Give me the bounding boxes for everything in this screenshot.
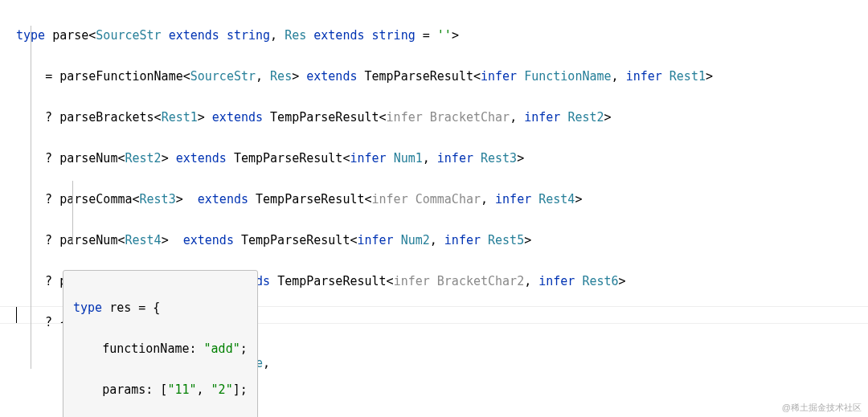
tooltip-prop: functionName: [102, 341, 196, 356]
tooltip-prop: params: [ [102, 382, 167, 397]
type-param: Rest4 [125, 233, 161, 247]
infer-name: FunctionName [524, 69, 611, 84]
type-ref: TempParseResult [241, 233, 350, 247]
keyword-infer: infer [626, 69, 662, 84]
code-line[interactable]: type parse<SourceStr extends string, Res… [16, 26, 868, 47]
tooltip-text: , [197, 382, 211, 397]
type-param: Rest2 [125, 151, 161, 166]
type-ref: parseComma [59, 192, 132, 206]
keyword-extends: extends [176, 151, 227, 166]
tooltip-line: functionName: "add"; [73, 339, 248, 360]
code-line[interactable]: ? parseBrackets<Rest1> extends TempParse… [16, 108, 868, 129]
keyword-type: type [73, 300, 102, 315]
infer-name: Num1 [394, 151, 423, 166]
keyword-infer-dim: infer [394, 274, 430, 288]
code-line[interactable]: = parseFunctionName<SourceStr, Res> exte… [16, 67, 868, 88]
keyword-string: string [227, 28, 270, 43]
tooltip-string: "add" [204, 341, 240, 356]
keyword-infer: infer [437, 151, 473, 166]
indent-guide [72, 181, 73, 243]
infer-name: Rest4 [538, 192, 575, 206]
code-line[interactable]: ? parseNum<Rest4> extends TempParseResul… [16, 231, 868, 251]
type-ref: TempParseResult [234, 151, 342, 166]
type-ref: parseFunctionName [59, 69, 183, 84]
keyword-infer: infer [444, 233, 481, 247]
type-param: Res [270, 69, 292, 84]
type-ref: parseBrackets [59, 110, 154, 125]
infer-name: Rest3 [481, 151, 517, 166]
tooltip-line: params: ["11", "2"]; [73, 380, 248, 401]
keyword-infer: infer [357, 233, 393, 247]
keyword-extends: extends [198, 192, 248, 206]
infer-name: Rest1 [669, 69, 706, 84]
keyword-extends: extends [169, 28, 219, 43]
watermark-text: @稀土掘金技术社区 [782, 402, 862, 414]
keyword-string: string [372, 28, 416, 43]
indent-guide [31, 26, 31, 369]
code-line[interactable]: ? parseComma<Rest3> extends TempParseRes… [16, 190, 868, 211]
type-name: parse [52, 28, 88, 43]
infer-name-dim: BracketChar [430, 110, 510, 125]
keyword-infer: infer [350, 151, 386, 166]
keyword-extends: extends [306, 69, 357, 84]
equals: = [45, 69, 52, 84]
type-ref: TempParseResult [277, 274, 386, 288]
infer-name: Rest5 [488, 233, 524, 247]
infer-name-dim: BracketChar2 [437, 274, 524, 288]
type-ref: TempParseResult [256, 192, 364, 206]
type-ref: TempParseResult [270, 110, 379, 125]
infer-name: Rest2 [567, 110, 604, 125]
type-ref: TempParseResult [365, 69, 473, 84]
text-caret [16, 307, 17, 323]
infer-name: Rest6 [582, 274, 618, 288]
keyword-extends: extends [183, 233, 234, 247]
type-hover-tooltip: type res = { functionName: "add"; params… [63, 270, 258, 417]
type-param: SourceStr [190, 69, 256, 84]
tooltip-type-name: res [109, 300, 131, 315]
type-param: Rest1 [162, 110, 198, 125]
code-line[interactable]: ? parseNum<Rest2> extends TempParseResul… [16, 149, 868, 170]
keyword-infer-dim: infer [387, 110, 423, 125]
type-ref: parseNum [59, 233, 117, 247]
keyword-infer: infer [524, 110, 560, 125]
keyword-infer-dim: infer [372, 192, 408, 206]
keyword-infer: infer [538, 274, 575, 288]
tooltip-string: "2" [211, 382, 233, 397]
type-param: Rest3 [140, 192, 176, 206]
tooltip-string: "11" [167, 382, 196, 397]
infer-name: Num2 [401, 233, 430, 247]
keyword-infer: infer [495, 192, 531, 206]
string-literal: '' [437, 28, 452, 43]
keyword-extends: extends [212, 110, 263, 125]
tooltip-text: = { [138, 300, 160, 315]
keyword-infer: infer [481, 69, 517, 84]
type-param: SourceStr [96, 28, 161, 43]
keyword-extends: extends [313, 28, 364, 43]
type-ref: parseNum [59, 151, 117, 166]
tooltip-text: ]; [233, 382, 248, 397]
type-param: Res [285, 28, 306, 43]
tooltip-line: type res = { [73, 298, 248, 319]
infer-name-dim: CommaChar [416, 192, 481, 206]
